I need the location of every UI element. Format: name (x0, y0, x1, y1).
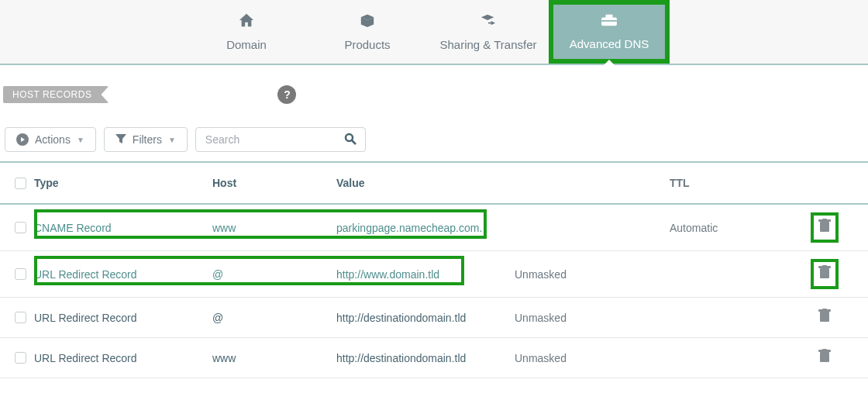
record-host[interactable]: www (212, 222, 336, 234)
svg-point-3 (346, 134, 353, 141)
box-icon (359, 12, 376, 32)
records-table: Type Host Value TTL CNAME Record www par… (0, 161, 868, 378)
svg-rect-14 (820, 352, 829, 362)
header-host[interactable]: Host (212, 177, 336, 189)
record-ttl[interactable]: Automatic (670, 222, 801, 234)
row-checkbox[interactable] (15, 312, 26, 323)
tab-sharing[interactable]: Sharing & Transfer (428, 0, 549, 64)
record-mask: Unmasked (515, 352, 670, 364)
svg-rect-8 (820, 268, 829, 278)
tabs-bar: Domain Products Sharing & Transfer Advan… (0, 0, 868, 65)
svg-rect-13 (822, 309, 827, 310)
tab-products[interactable]: Products (307, 0, 428, 64)
tab-label: Domain (226, 38, 267, 51)
section-header: HOST RECORDS ? (0, 85, 868, 104)
header-ttl[interactable]: TTL (670, 177, 801, 189)
search-button[interactable] (338, 129, 363, 150)
trash-icon[interactable] (818, 349, 831, 367)
svg-rect-7 (822, 219, 827, 220)
share-icon (479, 12, 498, 32)
svg-rect-2 (601, 20, 617, 22)
filters-label: Filters (133, 133, 162, 146)
tab-label: Advanced DNS (570, 37, 649, 50)
toolbar: Actions ▼ Filters ▼ (5, 127, 863, 152)
header-type[interactable]: Type (34, 177, 212, 189)
tab-domain[interactable]: Domain (186, 0, 307, 64)
table-row: URL Redirect Record @ http://destination… (0, 298, 868, 338)
record-type[interactable]: URL Redirect Record (34, 312, 212, 324)
record-mask: Unmasked (515, 268, 670, 281)
trash-icon[interactable] (811, 259, 839, 289)
svg-rect-10 (822, 265, 827, 267)
trash-icon[interactable] (811, 212, 839, 243)
toolbox-icon (600, 13, 618, 31)
filter-icon (115, 134, 126, 146)
svg-line-4 (352, 140, 356, 144)
record-mask: Unmasked (515, 312, 670, 324)
record-value[interactable]: http://destinationdomain.tld (336, 352, 515, 364)
svg-rect-11 (820, 312, 829, 322)
row-checkbox[interactable] (15, 268, 26, 280)
tab-advanced-dns[interactable]: Advanced DNS (549, 0, 670, 64)
tab-label: Products (344, 38, 390, 51)
tab-label: Sharing & Transfer (439, 38, 536, 51)
help-icon[interactable]: ? (277, 85, 296, 104)
svg-rect-5 (820, 222, 829, 232)
filters-button[interactable]: Filters ▼ (104, 127, 188, 152)
header-value[interactable]: Value (336, 177, 515, 189)
table-row: URL Redirect Record @ http://www.domain.… (0, 251, 868, 298)
trash-icon[interactable] (818, 309, 831, 326)
select-all-checkbox[interactable] (15, 178, 26, 189)
search-wrap (195, 127, 366, 152)
record-value[interactable]: http://destinationdomain.tld (336, 312, 515, 324)
row-checkbox[interactable] (15, 222, 26, 233)
record-host[interactable]: @ (212, 268, 336, 281)
record-host[interactable]: @ (212, 312, 336, 324)
table-header: Type Host Value TTL (0, 163, 868, 205)
play-icon (16, 133, 29, 146)
record-value[interactable]: http://www.domain.tld (336, 268, 515, 281)
svg-rect-1 (606, 15, 613, 19)
chevron-down-icon: ▼ (168, 136, 176, 144)
actions-label: Actions (35, 133, 71, 146)
home-icon (238, 12, 255, 32)
svg-rect-16 (822, 349, 827, 350)
record-type[interactable]: CNAME Record (34, 222, 212, 234)
record-host[interactable]: www (212, 352, 336, 364)
host-records-tag: HOST RECORDS (3, 86, 108, 103)
chevron-down-icon: ▼ (77, 136, 84, 144)
row-checkbox[interactable] (15, 352, 26, 364)
table-row: CNAME Record www parkingpage.namecheap.c… (0, 205, 868, 251)
actions-button[interactable]: Actions ▼ (5, 127, 96, 152)
table-row: URL Redirect Record www http://destinati… (0, 338, 868, 378)
record-value[interactable]: parkingpage.namecheap.com. (336, 222, 515, 234)
record-type[interactable]: URL Redirect Record (34, 352, 212, 364)
record-type[interactable]: URL Redirect Record (34, 268, 212, 281)
